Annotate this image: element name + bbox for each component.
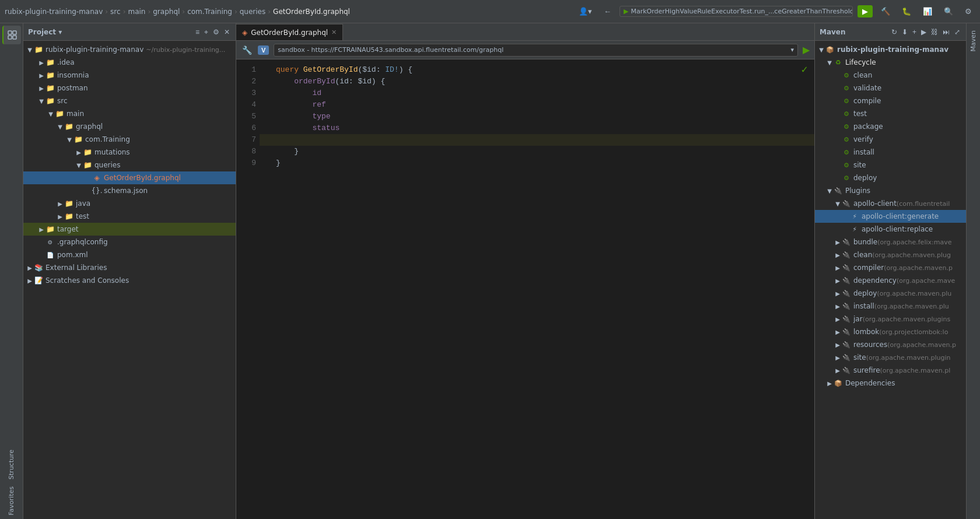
maven-plugin-apollo-client[interactable]: ▼ 🔌 apollo-client (com.fluentretail <box>815 197 966 210</box>
editor-tab-getorderbyid[interactable]: ◈ GetOrderById.graphql ✕ <box>236 24 343 40</box>
maven-lifecycle-group[interactable]: ▼ ♻ Lifecycle <box>815 56 966 69</box>
maven-lifecycle-package[interactable]: ▶ ⚙ package <box>815 120 966 133</box>
coverage-btn[interactable]: 📊 <box>919 6 936 17</box>
maven-plugin-surefire[interactable]: ▶ 🔌 surefire (org.apache.maven.pl <box>815 364 966 377</box>
tree-com-training[interactable]: ▼ 📁 com.Training <box>23 133 236 146</box>
breadcrumb-main[interactable]: main <box>128 8 145 16</box>
maven-lifecycle-test[interactable]: ▶ ⚙ test <box>815 107 966 120</box>
maven-plugin-child-apollo-client-replace[interactable]: ▶ ⚡ apollo-client:replace <box>815 223 966 236</box>
graphql-url-text: sandbox - https://FCTRAINAU543.sandbox.a… <box>278 46 503 54</box>
user-btn[interactable]: 👤▾ <box>575 6 596 17</box>
maven-plugin-clean[interactable]: ▶ 🔌 clean (org.apache.maven.plug <box>815 248 966 261</box>
favorites-tab[interactable]: Favorites <box>5 483 18 519</box>
maven-expand-btn[interactable]: ⤢ <box>953 27 961 37</box>
plugin-arrow-clean: ▶ <box>834 251 842 259</box>
graphql-settings-btn[interactable]: 🔧 <box>241 44 253 56</box>
tree-ext-libs[interactable]: ▶ 📚 External Libraries <box>23 261 236 274</box>
tree-graphqlconfig[interactable]: ▶ ⚙ .graphqlconfig <box>23 236 236 248</box>
maven-lifecycle-clean[interactable]: ▶ ⚙ clean <box>815 69 966 82</box>
tree-main[interactable]: ▼ 📁 main <box>23 107 236 120</box>
right-sidebar-maven-label[interactable]: Maven <box>967 26 979 56</box>
maven-plugins-group[interactable]: ▼ 🔌 Plugins <box>815 184 966 197</box>
breadcrumb-com-training[interactable]: com.Training <box>187 8 232 16</box>
child-label-apollo-client:generate: apollo-client:generate <box>862 212 939 220</box>
debug-btn[interactable]: 🐛 <box>898 6 915 17</box>
tree-postman[interactable]: ▶ 📁 postman <box>23 82 236 94</box>
tree-graphql[interactable]: ▼ 📁 graphql <box>23 120 236 133</box>
maven-root[interactable]: ▼ 📦 rubix-plugin-training-manav <box>815 43 966 56</box>
structure-tab[interactable]: Structure <box>5 446 18 483</box>
tree-mutations[interactable]: ▶ 📁 mutations <box>23 146 236 159</box>
maven-run-btn[interactable]: ▶ <box>920 27 928 37</box>
maven-root-icon: 📦 <box>825 45 835 54</box>
test-run-selector[interactable]: ▶ MarkOrderHighValueRuleExecutorTest.run… <box>620 6 853 17</box>
breadcrumb-queries[interactable]: queries <box>240 8 266 16</box>
code-content[interactable]: query GetOrderById($id: ID!) { orderById… <box>260 59 814 519</box>
tree-java[interactable]: ▶ 📁 java <box>23 197 236 210</box>
maven-download-btn[interactable]: ⬇ <box>901 27 909 37</box>
plugin-label-install2: install <box>853 302 874 310</box>
tree-src[interactable]: ▼ 📁 src <box>23 94 236 107</box>
maven-plugin-deploy2[interactable]: ▶ 🔌 deploy (org.apache.maven.plu <box>815 287 966 300</box>
maven-plugin-install2[interactable]: ▶ 🔌 install (org.apache.maven.plu <box>815 300 966 313</box>
tree-idea[interactable]: ▶ 📁 .idea <box>23 56 236 69</box>
maven-lifecycle-site[interactable]: ▶ ⚙ site <box>815 159 966 171</box>
maven-chain-btn[interactable]: ⛓ <box>930 27 939 37</box>
maven-lifecycle-install[interactable]: ▶ ⚙ install <box>815 146 966 159</box>
maven-plugin-jar[interactable]: ▶ 🔌 jar (org.apache.maven.plugins <box>815 313 966 325</box>
breadcrumb-src[interactable]: src <box>110 8 121 16</box>
maven-plugin-site2[interactable]: ▶ 🔌 site (org.apache.maven.plugin <box>815 351 966 364</box>
maven-plugin-lombok[interactable]: ▶ 🔌 lombok (org.projectlombok:lo <box>815 325 966 338</box>
tree-target[interactable]: ▶ 📁 target <box>23 223 236 236</box>
maven-plugin-child-apollo-client-generate[interactable]: ▶ ⚡ apollo-client:generate <box>815 210 966 223</box>
line-number-2: 2 <box>240 76 256 87</box>
maven-lifecycle-deploy[interactable]: ▶ ⚙ deploy <box>815 171 966 184</box>
search-btn[interactable]: 🔍 <box>940 6 957 17</box>
maven-lifecycle-verify[interactable]: ▶ ⚙ verify <box>815 133 966 146</box>
tree-test[interactable]: ▶ 📁 test <box>23 210 236 223</box>
plugin-arrow-site2: ▶ <box>834 353 842 362</box>
tree-schema[interactable]: ▶ {}. schema.json <box>23 184 236 197</box>
settings-btn[interactable]: ⚙ <box>961 6 975 17</box>
tree-root[interactable]: ▼ 📁 rubix-plugin-training-manav ~/rubix-… <box>23 43 236 56</box>
panel-settings-btn[interactable]: ⚙ <box>212 27 220 37</box>
maven-add-btn[interactable]: + <box>911 27 918 37</box>
graphql-url-box[interactable]: sandbox - https://FCTRAINAU543.sandbox.a… <box>274 44 798 57</box>
main-arrow: ▼ <box>47 110 55 118</box>
graphql-run-btn[interactable]: ▶ <box>803 44 810 55</box>
breadcrumb-graphql[interactable]: graphql <box>153 8 180 16</box>
tree-pom[interactable]: ▶ 📄 pom.xml <box>23 248 236 261</box>
tree-insomnia[interactable]: ▶ 📁 insomnia <box>23 69 236 82</box>
maven-refresh-btn[interactable]: ↻ <box>890 27 898 37</box>
plugin-label-deploy2: deploy <box>853 289 877 297</box>
maven-plugin-resources[interactable]: ▶ 🔌 resources (org.apache.maven.p <box>815 338 966 351</box>
collapse-all-btn[interactable]: ≡ <box>194 27 201 37</box>
tree-getorderbyid[interactable]: ▶ ◈ GetOrderById.graphql <box>23 171 236 184</box>
plugin-label-resources: resources <box>853 341 887 349</box>
breadcrumb-root[interactable]: rubix-plugin-training-manav <box>5 8 103 16</box>
svg-rect-3 <box>13 36 16 39</box>
maven-plugin-dependency[interactable]: ▶ 🔌 dependency (org.apache.mave <box>815 274 966 287</box>
breadcrumb-file[interactable]: GetOrderById.graphql <box>273 8 350 16</box>
maven-plugin-bundle[interactable]: ▶ 🔌 bundle (org.apache.felix:mave <box>815 236 966 248</box>
line-number-4: 4 <box>240 99 256 111</box>
maven-plugin-compiler[interactable]: ▶ 🔌 compiler (org.apache.maven.p <box>815 261 966 274</box>
maven-lifecycle-compile[interactable]: ▶ ⚙ compile <box>815 94 966 107</box>
run-button[interactable]: ▶ <box>858 5 873 17</box>
maven-lifecycle-validate[interactable]: ▶ ⚙ validate <box>815 82 966 94</box>
back-btn[interactable]: ← <box>600 6 615 17</box>
maven-skip-btn[interactable]: ⏭ <box>942 27 951 37</box>
url-dropdown-icon[interactable]: ▾ <box>790 46 794 54</box>
top-bar: rubix-plugin-training-manav › src › main… <box>0 0 980 23</box>
env-button[interactable]: V <box>258 45 269 55</box>
panel-close-btn[interactable]: ✕ <box>223 27 231 37</box>
tab-close-btn[interactable]: ✕ <box>331 29 337 36</box>
maven-dependencies-group[interactable]: ▶ 📦 Dependencies <box>815 377 966 390</box>
build-btn[interactable]: 🔨 <box>877 6 894 17</box>
panel-header-icons: ≡ ⌖ ⚙ ✕ <box>194 27 231 37</box>
scroll-to-btn[interactable]: ⌖ <box>203 27 209 37</box>
sidebar-project-btn[interactable] <box>2 26 21 44</box>
tree-queries[interactable]: ▼ 📁 queries <box>23 159 236 171</box>
tree-scratches[interactable]: ▶ 📝 Scratches and Consoles <box>23 274 236 287</box>
plugin-suffix-lombok: (org.projectlombok:lo <box>879 328 948 336</box>
